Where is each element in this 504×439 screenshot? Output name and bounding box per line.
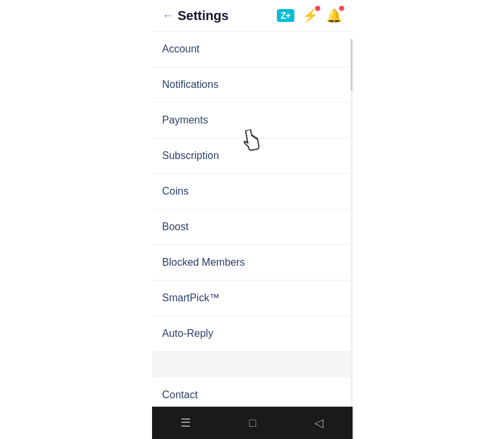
back-button[interactable]: ← — [162, 9, 174, 23]
bolt-badge — [314, 5, 321, 12]
boost-label: Boost — [162, 221, 189, 233]
subscription-label: Subscription — [162, 150, 219, 162]
settings-item-notifications[interactable]: Notifications — [152, 67, 353, 103]
smartpick-label: SmartPick™ — [162, 292, 220, 304]
settings-item-subscription[interactable]: Subscription — [152, 138, 353, 174]
back-nav-icon: ◁ — [314, 416, 323, 430]
nav-back-button[interactable]: ◁ — [301, 411, 336, 435]
nav-menu-button[interactable]: ☰ — [168, 411, 204, 435]
bell-button[interactable]: 🔔 — [326, 8, 342, 23]
bottom-nav: ☰ □ ◁ — [152, 407, 353, 439]
home-icon: □ — [249, 416, 256, 430]
settings-item-boost[interactable]: Boost — [152, 209, 353, 245]
zplus-button[interactable]: Z+ — [277, 9, 294, 22]
payments-label: Payments — [162, 114, 208, 126]
page-title: Settings — [178, 8, 229, 23]
settings-spacer — [152, 352, 353, 378]
header-left: ← Settings — [162, 8, 229, 23]
hamburger-icon: ☰ — [181, 416, 191, 430]
header: ← Settings Z+ ⚡ 🔔 — [152, 0, 353, 32]
bolt-button[interactable]: ⚡ — [302, 8, 318, 23]
settings-item-payments[interactable]: Payments — [152, 103, 353, 138]
settings-list: Account Notifications Payments Subscript… — [152, 32, 353, 400]
coins-label: Coins — [162, 186, 189, 197]
settings-item-coins[interactable]: Coins — [152, 174, 353, 209]
bell-badge — [338, 5, 345, 12]
header-icons: Z+ ⚡ 🔔 — [277, 8, 342, 23]
phone-container: ← Settings Z+ ⚡ 🔔 Account Notifications … — [152, 0, 353, 439]
blocked-members-label: Blocked Members — [162, 257, 245, 268]
contact-label: Contact — [162, 389, 198, 400]
settings-item-smartpick[interactable]: SmartPick™ — [152, 281, 353, 316]
settings-item-contact[interactable]: Contact — [152, 378, 353, 400]
settings-item-blocked-members[interactable]: Blocked Members — [152, 245, 353, 281]
scrollbar-thumb[interactable] — [351, 39, 353, 91]
scrollbar-track[interactable] — [351, 39, 353, 407]
notifications-label: Notifications — [162, 79, 219, 91]
nav-home-button[interactable]: □ — [236, 411, 269, 435]
auto-reply-label: Auto-Reply — [162, 328, 214, 339]
account-label: Account — [162, 43, 200, 55]
settings-item-account[interactable]: Account — [152, 32, 353, 67]
settings-item-auto-reply[interactable]: Auto-Reply — [152, 316, 353, 352]
